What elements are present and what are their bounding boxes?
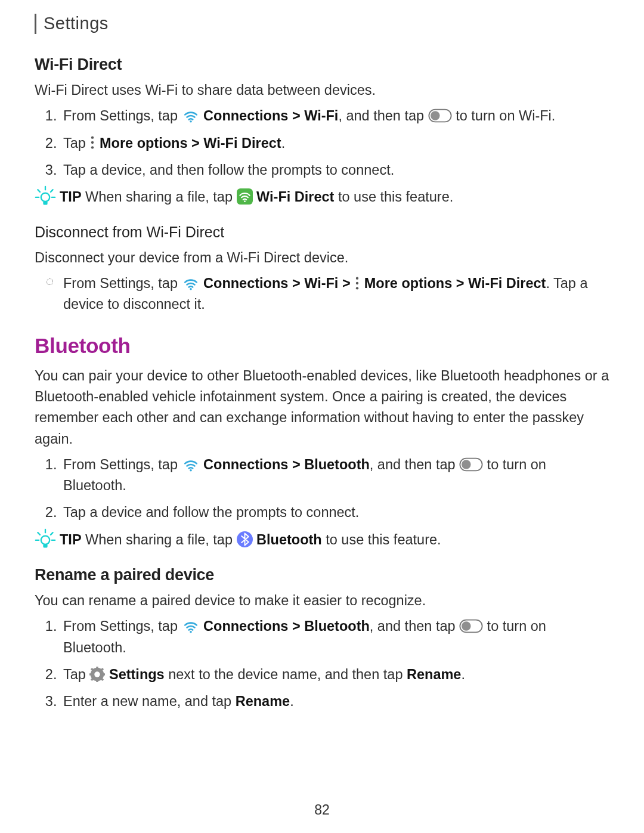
bluetooth-steps: From Settings, tap Connections > Bluetoo…	[35, 454, 609, 524]
bluetooth-heading: Bluetooth	[35, 330, 609, 362]
list-item: From Settings, tap Connections > Wi-Fi >…	[61, 273, 609, 315]
toggle-icon	[428, 109, 452, 123]
toggle-icon	[459, 457, 483, 472]
tip-wifi-direct: TIP When sharing a file, tap Wi-Fi Direc…	[35, 187, 609, 208]
page-number: 82	[0, 800, 644, 820]
bluetooth-badge-icon	[237, 531, 253, 547]
wifi-direct-heading: Wi-Fi Direct	[35, 52, 609, 77]
list-item: Enter a new name, and tap Rename.	[61, 691, 609, 712]
list-item: Tap a device and follow the prompts to c…	[61, 502, 609, 523]
list-item: Tap Settings next to the device name, an…	[61, 664, 609, 685]
wifi-direct-badge-icon	[237, 188, 253, 205]
page-header: Settings	[35, 11, 609, 37]
rename-heading: Rename a paired device	[35, 563, 609, 587]
bluetooth-intro: You can pair your device to other Blueto…	[35, 366, 609, 450]
wifi-direct-steps: From Settings, tap Connections > Wi-Fi, …	[35, 106, 609, 181]
lightbulb-icon	[35, 185, 56, 207]
rename-intro: You can rename a paired device to make i…	[35, 590, 609, 611]
header-title: Settings	[44, 11, 109, 37]
disconnect-intro: Disconnect your device from a Wi-Fi Dire…	[35, 247, 609, 268]
list-item: Tap a device, and then follow the prompt…	[61, 160, 609, 181]
wifi-direct-intro: Wi-Fi Direct uses Wi-Fi to share data be…	[35, 80, 609, 101]
wifi-icon	[182, 618, 200, 634]
list-item: Tap More options > Wi-Fi Direct.	[61, 133, 609, 154]
more-options-icon	[89, 135, 95, 150]
wifi-icon	[182, 457, 200, 472]
disconnect-heading: Disconnect from Wi-Fi Direct	[35, 221, 609, 244]
gear-icon	[89, 667, 105, 682]
list-item: From Settings, tap Connections > Bluetoo…	[61, 454, 609, 497]
more-options-icon	[354, 276, 360, 290]
header-rule	[35, 14, 36, 34]
toggle-icon	[459, 619, 483, 633]
list-item: From Settings, tap Connections > Bluetoo…	[61, 616, 609, 658]
disconnect-steps: From Settings, tap Connections > Wi-Fi >…	[35, 273, 609, 315]
rename-steps: From Settings, tap Connections > Bluetoo…	[35, 616, 609, 712]
wifi-icon	[182, 275, 200, 291]
lightbulb-icon	[35, 528, 56, 550]
wifi-icon	[182, 108, 200, 123]
tip-bluetooth: TIP When sharing a file, tap Bluetooth t…	[35, 529, 609, 551]
list-item: From Settings, tap Connections > Wi-Fi, …	[61, 106, 609, 126]
